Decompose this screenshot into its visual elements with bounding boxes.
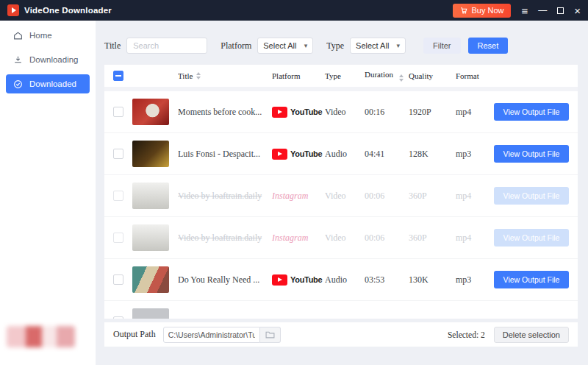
titlebar: VideOne Downloader Buy Now ≡ — × — [0, 0, 588, 21]
header-format: Format — [456, 71, 492, 80]
folder-icon — [265, 330, 275, 339]
close-button[interactable]: × — [574, 5, 581, 16]
row-checkbox[interactable] — [113, 274, 123, 285]
home-icon — [13, 31, 23, 40]
search-input[interactable] — [126, 38, 207, 54]
view-output-file-button[interactable]: View Output File — [494, 271, 569, 288]
quality-cell: 360P — [409, 233, 456, 244]
video-title: Video by loaftrain.daily — [178, 233, 262, 244]
youtube-icon — [272, 274, 287, 286]
sidebar-item-home[interactable]: Home — [6, 26, 90, 45]
downloads-table: Title Platform Type Duration Quality For… — [104, 65, 578, 319]
quality-cell: 128K — [409, 149, 456, 160]
filter-button[interactable]: Filter — [423, 38, 460, 54]
platform-cell: YouTube — [272, 149, 325, 160]
buy-now-button[interactable]: Buy Now — [453, 4, 511, 18]
type-cell: Video — [325, 107, 365, 118]
platform-select[interactable]: Select All ▾ — [257, 38, 313, 54]
video-title: Do You Really Need ... — [178, 274, 259, 286]
platform-filter-label: Platform — [220, 40, 251, 52]
youtube-icon — [272, 149, 287, 160]
chevron-down-icon: ▾ — [304, 42, 308, 49]
type-select-value: Select All — [356, 41, 389, 50]
youtube-icon — [272, 107, 287, 118]
row-checkbox[interactable] — [113, 233, 123, 243]
row-checkbox[interactable] — [113, 191, 123, 201]
table-header: Title Platform Type Duration Quality For… — [104, 65, 578, 91]
quality-cell: 130K — [409, 274, 456, 286]
header-duration[interactable]: Duration — [365, 70, 409, 82]
format-cell: mp3 — [456, 149, 492, 160]
header-type: Type — [325, 71, 365, 80]
browse-folder-button[interactable] — [260, 327, 281, 343]
buy-now-label: Buy Now — [471, 6, 503, 15]
indeterminate-icon — [115, 75, 121, 77]
instagram-icon: Instagram — [272, 233, 308, 244]
platform-cell: YouTube — [272, 274, 325, 286]
platform-cell: YouTube — [272, 107, 325, 118]
sidebar-item-downloading[interactable]: Downloading — [6, 50, 90, 69]
select-all-checkbox[interactable] — [113, 71, 123, 81]
table-row: Moments before cook... YouTube Video 00:… — [104, 91, 578, 133]
menu-icon[interactable]: ≡ — [521, 5, 528, 16]
duration-cell: 00:06 — [365, 233, 409, 244]
video-thumbnail — [132, 224, 169, 251]
quality-cell: 360P — [409, 191, 456, 202]
title-filter-label: Title — [104, 40, 121, 52]
download-icon — [13, 55, 23, 65]
duration-cell: 00:06 — [365, 191, 409, 202]
table-row: Luis Fonsi - Despacit... YouTube Audio 0… — [104, 133, 578, 175]
header-platform: Platform — [272, 71, 325, 80]
table-row: Do You Really Need ... YouTube Audio 03:… — [104, 259, 578, 301]
type-select[interactable]: Select All ▾ — [350, 38, 406, 54]
table-row: Video by loaftrain.daily Instagram Video… — [104, 175, 578, 217]
duration-cell: 04:41 — [365, 149, 409, 160]
row-checkbox[interactable] — [113, 149, 123, 159]
video-title: Luis Fonsi - Despacit... — [178, 149, 260, 160]
video-thumbnail — [132, 266, 169, 293]
video-thumbnail — [132, 182, 169, 209]
sidebar-item-label: Downloading — [29, 55, 79, 64]
app-title: VideOne Downloader — [24, 6, 112, 15]
output-path-input[interactable] — [163, 327, 260, 343]
platform-label: YouTube — [290, 275, 322, 284]
maximize-button[interactable] — [557, 7, 564, 14]
view-output-file-button[interactable]: View Output File — [494, 145, 569, 163]
output-path-label: Output Path — [113, 329, 156, 340]
view-output-file-button[interactable]: View Output File — [494, 229, 569, 247]
row-checkbox[interactable] — [113, 316, 123, 319]
blurred-promo-image — [7, 326, 75, 347]
type-filter-label: Type — [326, 40, 344, 52]
video-thumbnail — [132, 141, 169, 167]
platform-select-value: Select All — [263, 41, 296, 50]
instagram-icon: Instagram — [272, 191, 308, 202]
type-cell: Video — [325, 233, 365, 244]
format-cell: mp4 — [456, 107, 492, 118]
type-cell: Audio — [325, 149, 365, 160]
reset-button[interactable]: Reset — [468, 38, 509, 54]
table-row-partial — [104, 301, 578, 319]
video-thumbnail — [132, 308, 169, 319]
minimize-button[interactable]: — — [538, 5, 547, 15]
view-output-file-button[interactable]: View Output File — [494, 103, 569, 121]
delete-selection-button[interactable]: Delete selection — [494, 327, 569, 343]
sidebar: Home Downloading Downloaded — [0, 21, 96, 365]
quality-cell: 1920P — [409, 107, 456, 118]
sort-icon[interactable] — [196, 72, 201, 79]
table-row: Video by loaftrain.daily Instagram Video… — [104, 217, 578, 259]
view-output-file-button[interactable]: View Output File — [494, 187, 569, 205]
video-title: Video by loaftrain.daily — [178, 191, 262, 202]
header-title[interactable]: Title — [178, 71, 272, 80]
duration-cell: 03:53 — [365, 274, 409, 286]
footer-bar: Output Path Selected: 2 Delete selection — [104, 322, 578, 347]
format-cell: mp4 — [456, 191, 492, 202]
platform-cell: Instagram — [272, 191, 325, 202]
header-quality: Quality — [409, 71, 456, 80]
sort-icon[interactable] — [399, 74, 404, 82]
sidebar-item-label: Downloaded — [29, 79, 76, 88]
sidebar-item-downloaded[interactable]: Downloaded — [6, 74, 90, 93]
platform-label: YouTube — [290, 107, 322, 116]
video-thumbnail — [132, 99, 169, 125]
row-checkbox[interactable] — [113, 107, 123, 117]
filter-bar: Title Platform Select All ▾ Type Select … — [104, 37, 578, 54]
